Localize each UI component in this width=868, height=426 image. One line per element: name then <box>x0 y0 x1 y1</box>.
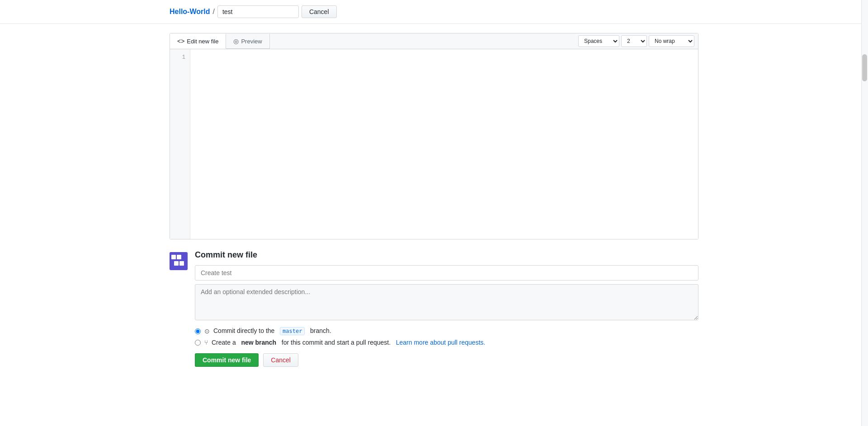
tab-preview-label: Preview <box>241 38 262 45</box>
commit-actions: Commit new file Cancel <box>195 353 698 380</box>
commit-cancel-button[interactable]: Cancel <box>263 353 298 367</box>
indent-size-select[interactable]: 2 4 8 <box>621 35 647 47</box>
tab-preview[interactable]: ◎ Preview <box>226 34 269 49</box>
learn-more-link[interactable]: Learn more about pull requests. <box>396 339 486 346</box>
file-header: Hello-World / Cancel <box>0 0 868 24</box>
svg-rect-2 <box>174 261 179 266</box>
scrollbar-thumb[interactable] <box>862 54 867 81</box>
editor-toolbar: <> Edit new file ◎ Preview Spaces Tabs 2 <box>170 33 698 49</box>
commit-icon-direct: ⊙ <box>204 328 210 335</box>
commit-description-textarea[interactable] <box>195 284 698 320</box>
commit-submit-button[interactable]: Commit new file <box>195 353 259 367</box>
header-cancel-button[interactable]: Cancel <box>302 5 337 18</box>
editor-container: <> Edit new file ◎ Preview Spaces Tabs 2 <box>170 33 698 239</box>
edit-icon: <> <box>177 37 184 45</box>
option-new-branch[interactable]: ⑂ Create a new branch for this commit an… <box>195 339 698 346</box>
repo-link[interactable]: Hello-World <box>170 8 210 16</box>
commit-form: Commit new file ⊙ Commit directly to the… <box>195 250 698 380</box>
code-textarea[interactable] <box>190 49 698 239</box>
radio-new-branch[interactable] <box>195 340 201 346</box>
scrollbar[interactable] <box>861 0 868 426</box>
editor-settings: Spaces Tabs 2 4 8 No wrap Soft wrap <box>575 33 698 49</box>
radio-direct[interactable] <box>195 328 201 334</box>
tab-edit[interactable]: <> Edit new file <box>170 34 226 49</box>
tab-edit-label: Edit new file <box>187 38 218 45</box>
wrap-mode-select[interactable]: No wrap Soft wrap <box>649 35 694 47</box>
svg-rect-3 <box>179 261 184 266</box>
breadcrumb-sep: / <box>212 8 214 16</box>
line-numbers: 1 <box>170 49 190 239</box>
branch-badge: master <box>280 327 305 335</box>
filename-input[interactable] <box>217 5 299 18</box>
commit-message-input[interactable] <box>195 265 698 281</box>
commit-options: ⊙ Commit directly to the master branch. … <box>195 327 698 346</box>
commit-avatar <box>170 252 188 270</box>
avatar-svg <box>171 255 186 267</box>
option-new-branch-text: Create a new branch for this commit and … <box>212 339 485 346</box>
editor-tabs: <> Edit new file ◎ Preview <box>170 34 270 48</box>
commit-section-title: Commit new file <box>195 250 698 260</box>
preview-icon: ◎ <box>233 37 239 45</box>
commit-section: Commit new file ⊙ Commit directly to the… <box>170 250 698 380</box>
option-direct-text: Commit directly to the master branch. <box>213 327 331 335</box>
page-wrapper: Hello-World / Cancel <> Edit new file ◎ … <box>0 0 868 426</box>
svg-rect-0 <box>171 255 176 259</box>
main-content: <> Edit new file ◎ Preview Spaces Tabs 2 <box>0 24 868 380</box>
svg-rect-1 <box>177 255 181 259</box>
indent-mode-select[interactable]: Spaces Tabs <box>578 35 619 47</box>
line-number-1: 1 <box>175 53 185 62</box>
code-editor-body: 1 <box>170 49 698 239</box>
branch-icon: ⑂ <box>204 339 208 346</box>
option-direct-commit[interactable]: ⊙ Commit directly to the master branch. <box>195 327 698 335</box>
